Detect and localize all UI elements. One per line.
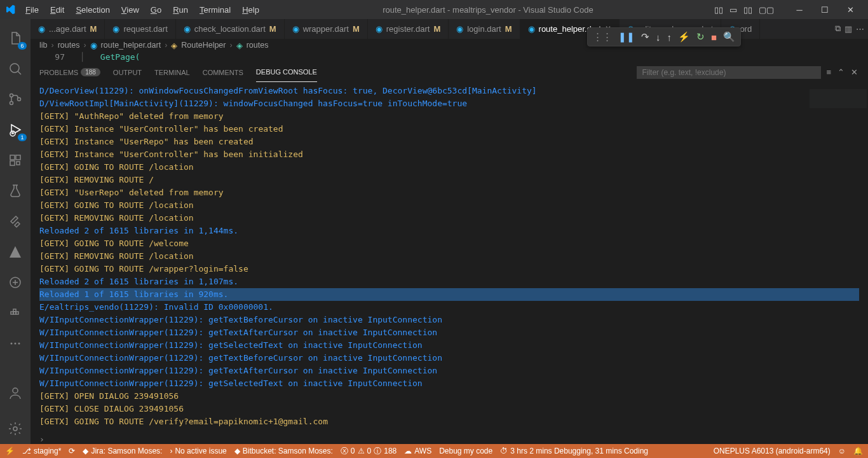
aws-status[interactable]: ☁ AWS — [404, 447, 431, 455]
branch-status[interactable]: ⎇ staging* — [22, 447, 61, 455]
azure-icon[interactable] — [0, 237, 31, 267]
minimize-button[interactable]: ─ — [787, 0, 812, 19]
breadcrumb-item[interactable]: routes — [247, 41, 269, 50]
line-number: 97 — [39, 52, 65, 62]
accounts-icon[interactable] — [0, 378, 31, 408]
step-into-icon[interactable]: ↓ — [654, 31, 662, 44]
customize-layout-icon[interactable]: ▢▢ — [756, 3, 776, 17]
toggle-secondary-sidebar-icon[interactable]: ▯▯ — [741, 3, 755, 17]
debug-console-output[interactable]: D/DecorView(11229): onWindowFocusChanged… — [31, 82, 868, 434]
console-line: [GETX] GOING TO ROUTE /location — [39, 161, 859, 174]
jira-issue[interactable]: › No active issue — [170, 447, 226, 455]
menu-file[interactable]: File — [20, 3, 44, 17]
editor-tab[interactable]: ◉wrapper.dart M — [285, 19, 368, 39]
svg-rect-5 — [10, 155, 15, 160]
devtools-icon[interactable]: 🔍 — [722, 30, 736, 44]
console-line: [GETX] GOING TO ROUTE /location — [39, 199, 859, 212]
filter-input[interactable] — [637, 66, 821, 79]
console-line: [GETX] Instance "UserRepo" has been crea… — [39, 135, 859, 148]
maximize-button[interactable]: ☐ — [812, 0, 837, 19]
menu-edit[interactable]: Edit — [45, 3, 69, 17]
editor-tab[interactable]: ◉...age.dart M — [31, 19, 105, 39]
toggle-primary-sidebar-icon[interactable]: ▯▯ — [712, 3, 726, 17]
device-status[interactable]: ONEPLUS A6013 (android-arm64) — [714, 447, 831, 455]
console-line: W/IInputConnectionWrapper(11229): getTex… — [39, 326, 859, 339]
console-line: W/IInputConnectionWrapper(11229): getSel… — [39, 339, 859, 352]
chevron-right-icon: › — [83, 41, 86, 50]
menu-terminal[interactable]: Terminal — [194, 3, 236, 17]
feedback-icon[interactable]: ☺ — [838, 447, 846, 455]
more-icon[interactable] — [0, 328, 31, 359]
menu-help[interactable]: Help — [237, 3, 264, 17]
console-line: [GETX] "UserRepo" deleted from memory — [39, 186, 859, 199]
testing-icon[interactable] — [0, 176, 31, 206]
restart-icon[interactable]: ↻ — [695, 30, 706, 44]
git-graph-icon[interactable] — [0, 267, 31, 298]
step-out-icon[interactable]: ↑ — [665, 31, 673, 44]
stop-icon[interactable]: ■ — [710, 31, 718, 44]
editor-tab[interactable]: ◉register.dart M — [368, 19, 449, 39]
panel-tabs: PROBLEMS188 OUTPUT TERMINAL COMMENTS DEB… — [31, 63, 868, 82]
notifications-icon[interactable]: 🔔 — [853, 447, 863, 455]
step-over-icon[interactable]: ↷ — [640, 30, 651, 44]
flutter-icon[interactable] — [0, 206, 31, 237]
tab-terminal[interactable]: TERMINAL — [154, 63, 190, 82]
more-actions-icon[interactable]: ⋯ — [856, 24, 864, 34]
drag-handle-icon[interactable]: ⋮⋮ — [592, 30, 613, 44]
menu-go[interactable]: Go — [146, 3, 166, 17]
settings-icon[interactable] — [0, 413, 31, 444]
field-icon: ◈ — [236, 41, 243, 50]
window-title: route_helper.dart - mealtrips_vendor - V… — [264, 5, 712, 15]
breadcrumb-item[interactable]: RouteHelper — [181, 41, 226, 50]
editor-tab[interactable]: ◉check_location.dart M — [176, 19, 285, 39]
jira-status[interactable]: ◆ Jira: Samson Moses: — [83, 447, 162, 455]
layout-controls[interactable]: ▯▯ ▭ ▯▯ ▢▢ — [712, 3, 776, 17]
dart-file-icon: ◉ — [90, 41, 97, 50]
breadcrumb-item[interactable]: lib — [39, 41, 48, 50]
menu-run[interactable]: Run — [168, 3, 193, 17]
explorer-badge: 6 — [18, 42, 27, 50]
pause-icon[interactable]: ❚❚ — [617, 30, 636, 44]
minimap[interactable] — [810, 89, 867, 108]
split-editor-icon[interactable]: ▥ — [844, 24, 852, 34]
editor-tab[interactable]: ◉login.dart M — [449, 19, 520, 39]
diagnostics[interactable]: ⓧ 0 ⚠ 0 ⓘ 188 — [341, 446, 397, 457]
dart-file-icon: ◉ — [528, 24, 535, 34]
breadcrumb-item[interactable]: route_helper.dart — [101, 41, 161, 50]
debug-status[interactable]: Debug my code — [439, 447, 492, 455]
tab-output[interactable]: OUTPUT — [113, 63, 142, 82]
hot-reload-icon[interactable]: ⚡ — [677, 30, 691, 44]
compare-icon[interactable]: ⧉ — [835, 24, 841, 34]
tab-debug-console[interactable]: DEBUG CONSOLE — [256, 63, 317, 82]
explorer-icon[interactable]: 6 — [0, 23, 31, 53]
close-panel-icon[interactable]: ✕ — [850, 66, 859, 78]
search-icon[interactable] — [0, 53, 31, 84]
menu-view[interactable]: View — [116, 3, 144, 17]
breadcrumb[interactable]: lib › routes › ◉ route_helper.dart › ◈ R… — [31, 39, 868, 52]
code-line[interactable]: 97 │ GetPage( — [31, 52, 868, 62]
remote-indicator[interactable]: ⚡ — [5, 447, 15, 455]
tab-comments[interactable]: COMMENTS — [203, 63, 243, 82]
svg-rect-7 — [10, 161, 15, 165]
toggle-panel-icon[interactable]: ▭ — [727, 3, 740, 17]
svg-rect-13 — [13, 309, 16, 312]
breadcrumb-item[interactable]: routes — [58, 41, 80, 50]
console-line: [GETX] OPEN DIALOG 239491056 — [39, 390, 859, 403]
bitbucket-status[interactable]: ◆ Bitbucket: Samson Moses: — [234, 447, 333, 455]
extensions-icon[interactable] — [0, 145, 31, 176]
close-button[interactable]: ✕ — [837, 0, 863, 19]
editor-tab[interactable]: ◉request.dart — [105, 19, 175, 39]
clear-console-icon[interactable]: ⌃ — [836, 66, 846, 78]
debug-toolbar[interactable]: ⋮⋮ ❚❚ ↷ ↓ ↑ ⚡ ↻ ■ 🔍 — [587, 27, 741, 46]
filter-icon[interactable]: ≡ — [825, 66, 832, 78]
editor-tabs: ◉...age.dart M◉request.dart◉check_locati… — [31, 19, 868, 39]
dart-file-icon: ◉ — [292, 24, 299, 34]
time-tracking[interactable]: ⏱ 3 hrs 2 mins Debugging, 31 mins Coding — [500, 447, 648, 455]
sync-icon[interactable]: ⟳ — [69, 447, 75, 455]
tab-problems[interactable]: PROBLEMS188 — [39, 63, 100, 82]
console-line: W/IInputConnectionWrapper(11229): getTex… — [39, 314, 859, 326]
menu-selection[interactable]: Selection — [71, 3, 114, 17]
run-debug-icon[interactable]: 1 — [0, 114, 31, 145]
source-control-icon[interactable] — [0, 84, 31, 114]
docker-icon[interactable] — [0, 298, 31, 328]
